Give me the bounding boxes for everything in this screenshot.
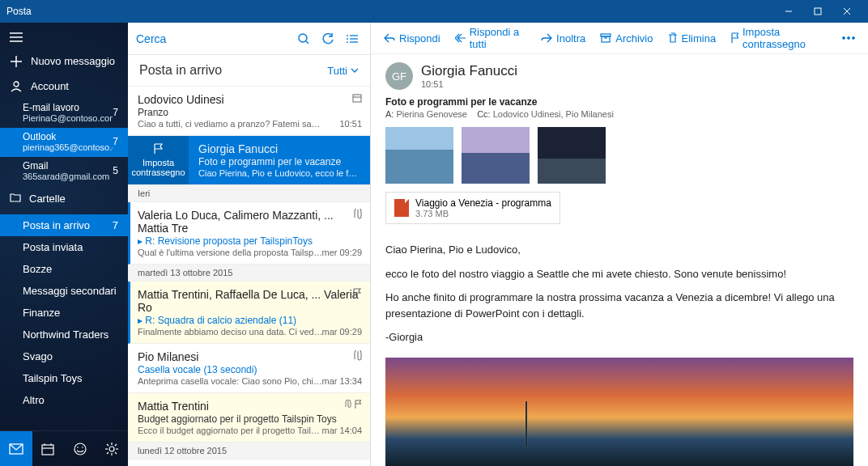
- new-message-button[interactable]: Nuovo messaggio: [0, 49, 128, 74]
- archive-icon: [600, 33, 611, 43]
- message-item[interactable]: Valeria Lo Duca, Calimero Mazzanti, ... …: [128, 202, 370, 265]
- reply-button[interactable]: Rispondi: [379, 29, 445, 48]
- search-input[interactable]: [136, 32, 289, 45]
- folder-finance[interactable]: Finanze: [0, 302, 128, 324]
- svg-rect-11: [42, 445, 53, 455]
- svg-rect-33: [347, 38, 348, 39]
- message-item[interactable]: Mattia Trentini, Raffaella De Luca, ... …: [128, 282, 370, 344]
- account-header[interactable]: Account: [0, 74, 128, 99]
- select-mode-button[interactable]: [343, 29, 362, 49]
- date-header: Ieri: [128, 185, 370, 202]
- message-item[interactable]: Amministratore di sistema Sei ora propri…: [128, 460, 370, 466]
- delete-button[interactable]: Elimina: [663, 29, 721, 48]
- bottom-calendar-button[interactable]: [32, 431, 65, 466]
- thumbnail[interactable]: [462, 127, 530, 184]
- folder-secondary[interactable]: Messaggi secondari: [0, 280, 128, 302]
- svg-rect-34: [347, 41, 348, 42]
- minimize-button[interactable]: [774, 0, 803, 23]
- select-icon: [347, 33, 358, 44]
- attachment[interactable]: Viaggio a Venezia - programma 3.73 MB: [385, 192, 560, 224]
- svg-point-9: [14, 82, 19, 87]
- date-header: lunedì 12 ottobre 2015: [128, 443, 370, 460]
- bottom-mail-button[interactable]: [0, 431, 32, 466]
- avatar: GF: [385, 62, 413, 90]
- folder-drafts[interactable]: Bozze: [0, 258, 128, 280]
- calendar-icon: [352, 93, 362, 105]
- forward-button[interactable]: Inoltra: [536, 29, 590, 48]
- svg-line-28: [306, 41, 308, 44]
- close-button[interactable]: [832, 0, 862, 23]
- recipients: A: Pierina Genovese Cc: Lodovico Udinesi…: [385, 109, 853, 119]
- powerpoint-icon: [394, 199, 409, 217]
- folder-sent[interactable]: Posta inviata: [0, 236, 128, 258]
- more-button[interactable]: [837, 33, 860, 43]
- reader-body: Ciao Pierina, Pio e Ludovico, ecco le fo…: [371, 232, 868, 351]
- folder-icon: [10, 193, 21, 205]
- date-header: martedì 13 ottobre 2015: [128, 265, 370, 282]
- maximize-button[interactable]: [803, 0, 832, 23]
- message-list-pane: Posta in arrivo Tutti Lodovico Udinesi P…: [128, 23, 371, 466]
- reply-icon: [384, 33, 395, 43]
- reader-header: GF Giorgia Fanucci 10:51 Foto e programm…: [371, 54, 868, 232]
- svg-point-42: [853, 37, 855, 40]
- app-title: Posta: [6, 6, 32, 17]
- message-item-selected[interactable]: Imposta contrassegno Giorgia Fanucci Fot…: [128, 136, 370, 185]
- svg-point-15: [74, 443, 86, 455]
- new-message-label: Nuovo messaggio: [31, 55, 118, 67]
- message-item[interactable]: Lodovico Udinesi Pranzo Ciao a tutti, ci…: [128, 87, 370, 136]
- message-item[interactable]: Pio Milanesi Casella vocale (13 secondi)…: [128, 344, 370, 393]
- reader-subject: Foto e programmi per le vacanze: [385, 96, 853, 108]
- folder-other[interactable]: Altro: [0, 389, 128, 411]
- attach-icon: [354, 209, 362, 222]
- folder-northwind[interactable]: Northwind Traders: [0, 324, 128, 345]
- bottom-feedback-button[interactable]: [64, 431, 96, 466]
- folders-label: Cartelle: [29, 193, 66, 205]
- svg-line-25: [107, 452, 108, 454]
- svg-point-17: [82, 447, 83, 448]
- more-icon: [842, 36, 855, 40]
- search-icon: [298, 33, 309, 44]
- svg-line-26: [115, 444, 117, 446]
- person-icon: [10, 81, 23, 92]
- svg-point-18: [109, 447, 114, 451]
- filter-button[interactable]: Tutti: [327, 65, 359, 77]
- folder-inbox[interactable]: Posta in arrivo7: [0, 214, 128, 236]
- list-header: Posta in arrivo Tutti: [128, 55, 370, 87]
- hamburger-button[interactable]: [0, 26, 128, 49]
- forward-icon: [541, 33, 552, 43]
- svg-line-24: [115, 452, 117, 454]
- reading-pane: Rispondi Rispondi a tutti Inoltra Archiv…: [371, 23, 868, 466]
- svg-point-40: [843, 37, 845, 40]
- chevron-down-icon: [351, 68, 359, 73]
- account-item-work[interactable]: E-mail lavoroPierinaG@contoso.com 7: [0, 99, 128, 128]
- list-title: Posta in arrivo: [139, 63, 222, 78]
- sender-name: Giorgia Fanucci: [421, 63, 517, 79]
- account-label: Account: [31, 80, 118, 92]
- thumbnail[interactable]: [538, 127, 606, 184]
- search-button[interactable]: [294, 29, 313, 49]
- folder-tailspin[interactable]: Tailspin Toys: [0, 367, 128, 389]
- calendar-icon: [41, 443, 54, 455]
- folders-header[interactable]: Cartelle: [0, 186, 128, 211]
- folder-leisure[interactable]: Svago: [0, 345, 128, 367]
- thumbnail[interactable]: [385, 127, 453, 184]
- bottom-settings-button[interactable]: [96, 431, 129, 466]
- attach-icon: [354, 350, 362, 364]
- image-thumbnails: [385, 127, 853, 184]
- titlebar: Posta: [0, 0, 868, 23]
- svg-point-27: [299, 34, 307, 42]
- plus-icon: [10, 56, 23, 67]
- flag-icon: [730, 32, 738, 44]
- account-item-gmail[interactable]: Gmail365sarad@gmail.com 5: [0, 157, 128, 186]
- sync-button[interactable]: [318, 29, 338, 49]
- set-flag-button[interactable]: Imposta contrassegno: [725, 23, 832, 53]
- flag-swipe-action[interactable]: Imposta contrassegno: [128, 136, 189, 184]
- flag-icon: [153, 143, 164, 155]
- message-item[interactable]: Mattia Trentini Budget aggiornato per il…: [128, 393, 370, 443]
- hamburger-icon: [10, 32, 23, 42]
- reader-toolbar: Rispondi Rispondi a tutti Inoltra Archiv…: [371, 23, 868, 54]
- mail-icon: [9, 443, 23, 455]
- account-item-outlook[interactable]: Outlookpierinag365@contoso.com 7: [0, 128, 128, 157]
- reply-all-button[interactable]: Rispondi a tutti: [450, 23, 532, 53]
- archive-button[interactable]: Archivio: [595, 29, 657, 48]
